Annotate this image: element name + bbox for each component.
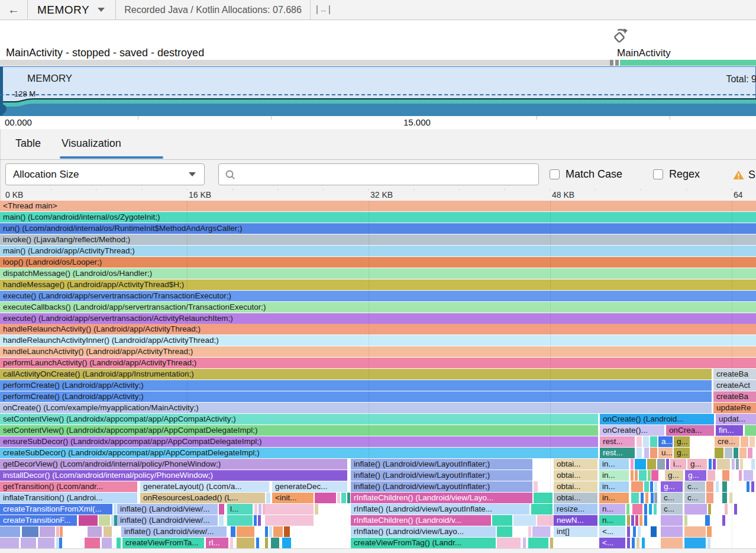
flame-segment[interactable] [650,448,657,458]
flame-segment[interactable] [627,515,630,526]
flame-segment[interactable] [706,481,713,492]
flame-segment[interactable]: dispatchMessage() (Landroid/os/Handler;) [0,268,756,279]
flame-segment[interactable] [707,526,712,537]
flame-segment[interactable] [104,526,112,537]
flame-segment[interactable] [534,493,553,503]
flame-segment[interactable]: u... [658,448,673,458]
flame-segment[interactable] [258,515,261,526]
flame-segment[interactable] [102,538,112,548]
flame-segment[interactable] [637,436,642,447]
flame-segment[interactable] [59,538,62,548]
flame-segment[interactable] [99,515,110,526]
flame-segment[interactable] [654,493,657,503]
flame-segment[interactable] [315,493,336,503]
flame-segment[interactable] [627,526,630,537]
flame-segment[interactable] [237,526,254,537]
flame-segment[interactable]: obtai... [554,493,597,503]
flame-segment[interactable]: onCreate()... [600,425,664,436]
flame-segment[interactable]: rInflateChildren() (Landroid/v... [351,515,491,526]
flame-segment[interactable] [341,493,346,503]
regex-checkbox[interactable] [653,169,663,179]
flame-segment[interactable]: createBa [713,369,756,380]
flame-segment[interactable]: <init... [272,493,314,503]
flame-segment[interactable]: int[] [554,526,597,537]
flame-segment[interactable] [745,425,756,436]
flame-segment[interactable]: c... [684,481,705,492]
flame-segment[interactable]: newN... [554,515,597,526]
flame-segment[interactable] [85,538,100,548]
profiler-type-dropdown[interactable]: MEMORY [28,0,115,20]
flame-segment[interactable] [219,515,224,526]
flame-segment[interactable]: executeCallbacks() (Landroid/app/servert… [0,302,756,313]
flame-segment[interactable] [647,459,656,470]
flame-segment[interactable]: installDecor() (Lcom/android/internal/po… [0,470,347,481]
flame-segment[interactable]: createAct [713,380,756,391]
flame-segment[interactable] [716,481,719,492]
flame-segment[interactable]: c... [661,504,683,515]
flame-segment[interactable] [722,493,727,503]
flame-segment[interactable] [639,515,642,526]
flame-segment[interactable] [644,481,649,492]
flame-segment[interactable] [641,493,644,503]
flame-segment[interactable]: createTransitionFromXml(... [0,504,112,515]
flame-segment[interactable] [635,470,638,481]
flame-segment[interactable]: c... [684,493,705,503]
flame-segment[interactable]: rest... [600,448,635,458]
flame-segment[interactable] [741,436,748,447]
flame-segment[interactable] [88,526,102,537]
flame-segment[interactable] [666,459,669,470]
flame-segment[interactable] [259,504,261,515]
flame-segment[interactable] [632,504,642,515]
session-timeline[interactable]: 00.00015.000 [0,116,756,129]
flame-segment[interactable]: c... [661,493,683,503]
range-handle[interactable] [0,67,3,115]
flame-segment[interactable] [532,526,550,537]
lifecycle-segment[interactable] [0,60,610,66]
flame-segment[interactable] [256,538,259,548]
flame-segment[interactable]: createSubDecor() (Landroidx/appcompat/ap… [0,448,598,458]
flame-segment[interactable] [537,515,554,526]
flame-segment[interactable]: createViewFromTag() (Landr... [351,538,496,548]
flame-segment[interactable]: onCrea... [666,425,714,436]
flame-segment[interactable] [230,538,233,548]
flame-segment[interactable] [231,526,235,537]
flame-segment[interactable]: l... [227,504,253,515]
flame-segment[interactable]: handleRelaunchActivityInner() (Landroid/… [0,335,756,346]
tab-visualization[interactable]: Visualization [62,137,121,150]
flame-segment[interactable] [709,459,712,470]
flame-segment[interactable] [56,526,59,537]
flame-segment[interactable] [347,493,350,503]
flame-segment[interactable]: getTransition() (Lcom/andr... [0,481,137,492]
flame-segment[interactable] [633,526,636,537]
flame-segment[interactable] [729,493,732,503]
flame-segment[interactable] [684,504,707,515]
flame-segment[interactable]: rInflate() (Landroid/view/LayoutInflate.… [351,504,529,515]
flame-segment[interactable] [528,538,548,548]
flame-segment[interactable] [734,448,738,458]
flame-segment[interactable]: run() (Lcom/android/internal/os/RuntimeI… [0,223,756,234]
flame-segment[interactable] [751,481,754,492]
flame-segment[interactable]: rl... [206,538,228,548]
flame-segment[interactable] [60,526,63,537]
flame-segment[interactable]: g... [685,470,706,481]
flame-segment[interactable] [254,504,257,515]
flame-segment[interactable]: onResourcesLoaded() (L... [140,493,265,503]
flame-segment[interactable] [748,448,752,458]
flame-segment[interactable] [725,448,732,458]
flame-segment[interactable] [79,515,98,526]
flame-segment[interactable]: <... [599,526,625,537]
flame-segment[interactable] [497,526,512,537]
flame-segment[interactable]: getDecorView() (Lcom/android/internal/po… [0,459,347,470]
flame-segment[interactable] [749,436,755,447]
flame-segment[interactable] [661,538,683,548]
flame-segment[interactable] [650,436,657,447]
flame-segment[interactable] [266,493,270,503]
flame-segment[interactable] [40,526,55,537]
search-input[interactable] [235,166,538,184]
flame-segment[interactable]: createTransitionF... [0,515,77,526]
flame-segment[interactable]: callActivityOnCreate() (Landroid/app/Ins… [0,369,712,380]
flame-segment[interactable] [639,470,647,481]
flame-segment[interactable] [219,504,224,515]
flame-segment[interactable] [661,515,683,526]
lifecycle-segment[interactable] [615,60,619,66]
